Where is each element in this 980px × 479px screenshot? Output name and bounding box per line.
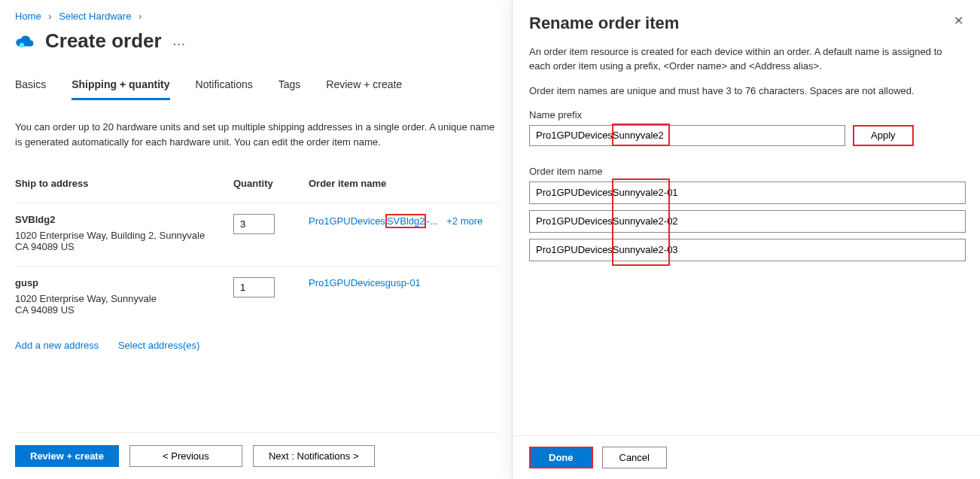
add-address-link[interactable]: Add a new address	[15, 340, 99, 351]
panel-description-1: An order item resource is created for ea…	[529, 45, 963, 74]
next-button[interactable]: Next : Notifications >	[253, 445, 375, 467]
done-button[interactable]: Done	[531, 448, 592, 467]
panel-footer: Done Cancel	[513, 435, 980, 479]
title-row: Create order …	[15, 29, 497, 53]
breadcrumb-home[interactable]: Home	[15, 11, 41, 22]
highlight-box: Done	[529, 447, 593, 468]
address-line: CA 94089 US	[15, 241, 218, 252]
select-addresses-link[interactable]: Select address(es)	[118, 340, 199, 351]
close-icon[interactable]: ✕	[954, 14, 963, 28]
tab-tags[interactable]: Tags	[278, 78, 301, 100]
wizard-footer: Review + create < Previous Next : Notifi…	[15, 432, 497, 479]
panel-description-2: Order item names are unique and must hav…	[529, 84, 963, 99]
quantity-input[interactable]	[233, 277, 275, 297]
breadcrumb: Home › Select Hardware ›	[15, 8, 497, 29]
address-actions: Add a new address Select address(es)	[15, 340, 497, 351]
address-alias: SVBldg2	[15, 214, 233, 225]
cancel-button[interactable]: Cancel	[602, 447, 667, 468]
order-item-name-link[interactable]: Pro1GPUDevicesgusp-01	[309, 277, 421, 288]
page-title: Create order	[45, 29, 162, 53]
name-prefix-input[interactable]	[529, 125, 845, 146]
order-item-name-input[interactable]	[529, 210, 966, 233]
svg-point-0	[20, 42, 25, 47]
panel-header: Rename order item ✕	[513, 0, 980, 41]
tab-notifications[interactable]: Notifications	[196, 78, 253, 100]
chevron-right-icon: ›	[138, 11, 142, 22]
chevron-right-icon: ›	[48, 11, 51, 22]
address-alias: gusp	[15, 277, 233, 288]
name-prefix-row: Apply	[529, 125, 963, 146]
apply-button[interactable]: Apply	[853, 125, 914, 146]
tab-shipping-quantity[interactable]: Shipping + quantity	[72, 78, 169, 100]
main-pane: Home › Select Hardware › Create order … …	[0, 0, 512, 479]
order-item-name-input[interactable]	[529, 182, 966, 204]
highlight-box: SVBldg2	[385, 214, 427, 228]
col-header-item-name: Order item name	[309, 178, 497, 189]
order-item-name-label: Order item name	[529, 166, 963, 177]
table-row: SVBldg2 1020 Enterprise Way, Building 2,…	[15, 203, 497, 266]
quantity-input[interactable]	[233, 214, 275, 234]
tab-description: You can order up to 20 hardware units an…	[15, 120, 497, 149]
more-items-link[interactable]: +2 more	[446, 215, 482, 227]
grid-header: Ship to address Quantity Order item name	[15, 170, 497, 203]
address-grid: Ship to address Quantity Order item name…	[15, 170, 497, 432]
panel-title: Rename order item	[529, 14, 679, 33]
review-create-button[interactable]: Review + create	[15, 445, 119, 467]
more-actions-icon[interactable]: …	[172, 33, 187, 49]
previous-button[interactable]: < Previous	[129, 445, 242, 467]
address-line: 1020 Enterprise Way, Sunnyvale	[15, 293, 218, 304]
rename-order-item-panel: Rename order item ✕ An order item resour…	[512, 0, 980, 479]
name-prefix-label: Name prefix	[529, 109, 963, 121]
address-line: 1020 Enterprise Way, Building 2, Sunnyva…	[15, 230, 218, 241]
order-item-name-input[interactable]	[529, 239, 966, 261]
breadcrumb-select-hardware[interactable]: Select Hardware	[59, 11, 131, 22]
col-header-quantity: Quantity	[233, 178, 309, 189]
cloud-service-icon	[15, 34, 35, 49]
tabs: Basics Shipping + quantity Notifications…	[15, 78, 497, 100]
tab-review-create[interactable]: Review + create	[326, 78, 402, 100]
panel-body: An order item resource is created for ea…	[513, 41, 980, 435]
order-item-name-link[interactable]: Pro1GPUDevicesSVBldg2-...	[309, 215, 438, 227]
table-row: gusp 1020 Enterprise Way, Sunnyvale CA 9…	[15, 266, 497, 329]
col-header-address: Ship to address	[15, 178, 233, 189]
tab-basics[interactable]: Basics	[15, 78, 46, 100]
address-line: CA 94089 US	[15, 304, 218, 316]
order-item-names-group	[529, 182, 963, 267]
